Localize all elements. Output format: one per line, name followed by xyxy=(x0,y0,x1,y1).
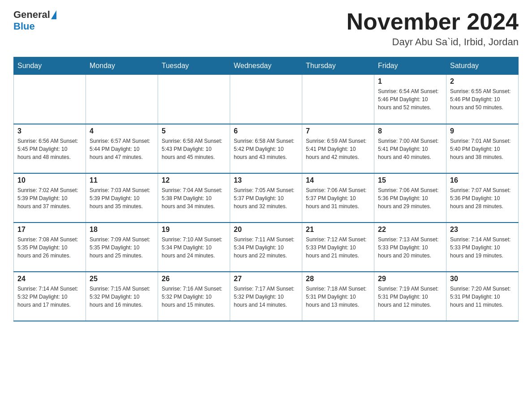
logo: General Blue xyxy=(13,9,56,32)
day-info: Sunrise: 7:05 AM Sunset: 5:37 PM Dayligh… xyxy=(234,186,298,210)
day-info: Sunrise: 7:11 AM Sunset: 5:34 PM Dayligh… xyxy=(234,235,298,260)
day-info: Sunrise: 7:17 AM Sunset: 5:32 PM Dayligh… xyxy=(234,285,298,309)
calendar-cell: 6Sunrise: 6:58 AM Sunset: 5:42 PM Daylig… xyxy=(230,124,302,173)
day-info: Sunrise: 7:06 AM Sunset: 5:36 PM Dayligh… xyxy=(378,186,442,210)
day-number: 20 xyxy=(234,226,298,234)
day-info: Sunrise: 6:58 AM Sunset: 5:42 PM Dayligh… xyxy=(234,137,298,161)
day-number: 29 xyxy=(378,275,442,283)
day-number: 23 xyxy=(450,226,515,234)
day-info: Sunrise: 6:59 AM Sunset: 5:41 PM Dayligh… xyxy=(306,137,370,161)
calendar-cell xyxy=(14,75,86,124)
calendar-week-row: 3Sunrise: 6:56 AM Sunset: 5:45 PM Daylig… xyxy=(14,124,519,173)
logo-triangle-icon xyxy=(51,10,56,19)
day-number: 11 xyxy=(90,176,154,184)
calendar-cell: 21Sunrise: 7:12 AM Sunset: 5:33 PM Dayli… xyxy=(302,223,374,272)
day-info: Sunrise: 7:08 AM Sunset: 5:35 PM Dayligh… xyxy=(17,235,82,260)
day-number: 9 xyxy=(450,127,515,135)
weekday-header-thursday: Thursday xyxy=(302,57,374,75)
location-subtitle: Dayr Abu Sa`id, Irbid, Jordan xyxy=(347,36,519,48)
day-number: 7 xyxy=(306,127,370,135)
day-info: Sunrise: 6:57 AM Sunset: 5:44 PM Dayligh… xyxy=(90,137,154,161)
calendar-cell: 3Sunrise: 6:56 AM Sunset: 5:45 PM Daylig… xyxy=(14,124,86,173)
weekday-header-wednesday: Wednesday xyxy=(230,57,302,75)
day-info: Sunrise: 7:18 AM Sunset: 5:31 PM Dayligh… xyxy=(306,285,370,309)
day-number: 28 xyxy=(306,275,370,283)
weekday-header-monday: Monday xyxy=(86,57,158,75)
day-info: Sunrise: 6:58 AM Sunset: 5:43 PM Dayligh… xyxy=(162,137,226,161)
day-number: 4 xyxy=(90,127,154,135)
day-info: Sunrise: 7:12 AM Sunset: 5:33 PM Dayligh… xyxy=(306,235,370,260)
weekday-header-friday: Friday xyxy=(374,57,446,75)
day-number: 5 xyxy=(162,127,226,135)
calendar-cell: 2Sunrise: 6:55 AM Sunset: 5:46 PM Daylig… xyxy=(446,75,519,124)
day-number: 15 xyxy=(378,176,442,184)
title-area: November 2024 Dayr Abu Sa`id, Irbid, Jor… xyxy=(347,9,519,48)
day-number: 22 xyxy=(378,226,442,234)
day-info: Sunrise: 7:15 AM Sunset: 5:32 PM Dayligh… xyxy=(90,285,154,309)
calendar-cell: 18Sunrise: 7:09 AM Sunset: 5:35 PM Dayli… xyxy=(86,223,158,272)
day-info: Sunrise: 6:56 AM Sunset: 5:45 PM Dayligh… xyxy=(17,137,82,161)
calendar-cell: 14Sunrise: 7:06 AM Sunset: 5:37 PM Dayli… xyxy=(302,173,374,223)
calendar-cell: 1Sunrise: 6:54 AM Sunset: 5:46 PM Daylig… xyxy=(374,75,446,124)
logo-general-text: General xyxy=(13,9,50,21)
calendar-week-row: 24Sunrise: 7:14 AM Sunset: 5:32 PM Dayli… xyxy=(14,272,519,321)
calendar-table: SundayMondayTuesdayWednesdayThursdayFrid… xyxy=(13,57,519,321)
weekday-header-saturday: Saturday xyxy=(446,57,519,75)
day-number: 13 xyxy=(234,176,298,184)
calendar-cell: 22Sunrise: 7:13 AM Sunset: 5:33 PM Dayli… xyxy=(374,223,446,272)
calendar-cell xyxy=(86,75,158,124)
calendar-cell: 27Sunrise: 7:17 AM Sunset: 5:32 PM Dayli… xyxy=(230,272,302,321)
day-info: Sunrise: 7:14 AM Sunset: 5:33 PM Dayligh… xyxy=(450,235,515,260)
calendar-cell: 24Sunrise: 7:14 AM Sunset: 5:32 PM Dayli… xyxy=(14,272,86,321)
day-info: Sunrise: 7:06 AM Sunset: 5:37 PM Dayligh… xyxy=(306,186,370,210)
day-number: 24 xyxy=(17,275,82,283)
calendar-cell: 26Sunrise: 7:16 AM Sunset: 5:32 PM Dayli… xyxy=(158,272,230,321)
calendar-cell: 8Sunrise: 7:00 AM Sunset: 5:41 PM Daylig… xyxy=(374,124,446,173)
weekday-header-row: SundayMondayTuesdayWednesdayThursdayFrid… xyxy=(14,57,519,75)
day-number: 16 xyxy=(450,176,515,184)
day-info: Sunrise: 7:19 AM Sunset: 5:31 PM Dayligh… xyxy=(378,285,442,309)
day-number: 1 xyxy=(378,77,442,86)
day-info: Sunrise: 6:55 AM Sunset: 5:46 PM Dayligh… xyxy=(450,87,515,111)
calendar-cell: 12Sunrise: 7:04 AM Sunset: 5:38 PM Dayli… xyxy=(158,173,230,223)
day-info: Sunrise: 7:02 AM Sunset: 5:39 PM Dayligh… xyxy=(17,186,82,210)
calendar-week-row: 1Sunrise: 6:54 AM Sunset: 5:46 PM Daylig… xyxy=(14,75,519,124)
calendar-cell: 9Sunrise: 7:01 AM Sunset: 5:40 PM Daylig… xyxy=(446,124,519,173)
day-info: Sunrise: 6:54 AM Sunset: 5:46 PM Dayligh… xyxy=(378,87,442,111)
calendar-week-row: 10Sunrise: 7:02 AM Sunset: 5:39 PM Dayli… xyxy=(14,173,519,223)
calendar-cell xyxy=(158,75,230,124)
day-number: 17 xyxy=(17,226,82,234)
calendar-cell: 11Sunrise: 7:03 AM Sunset: 5:39 PM Dayli… xyxy=(86,173,158,223)
calendar-cell: 23Sunrise: 7:14 AM Sunset: 5:33 PM Dayli… xyxy=(446,223,519,272)
day-number: 18 xyxy=(90,226,154,234)
day-info: Sunrise: 7:04 AM Sunset: 5:38 PM Dayligh… xyxy=(162,186,226,210)
day-info: Sunrise: 7:07 AM Sunset: 5:36 PM Dayligh… xyxy=(450,186,515,210)
day-number: 21 xyxy=(306,226,370,234)
day-number: 14 xyxy=(306,176,370,184)
page-header: General Blue November 2024 Dayr Abu Sa`i… xyxy=(13,9,519,48)
calendar-cell: 19Sunrise: 7:10 AM Sunset: 5:34 PM Dayli… xyxy=(158,223,230,272)
calendar-week-row: 17Sunrise: 7:08 AM Sunset: 5:35 PM Dayli… xyxy=(14,223,519,272)
calendar-cell: 4Sunrise: 6:57 AM Sunset: 5:44 PM Daylig… xyxy=(86,124,158,173)
calendar-cell: 30Sunrise: 7:20 AM Sunset: 5:31 PM Dayli… xyxy=(446,272,519,321)
day-number: 30 xyxy=(450,275,515,283)
calendar-cell: 25Sunrise: 7:15 AM Sunset: 5:32 PM Dayli… xyxy=(86,272,158,321)
month-title: November 2024 xyxy=(347,9,519,34)
calendar-cell: 7Sunrise: 6:59 AM Sunset: 5:41 PM Daylig… xyxy=(302,124,374,173)
calendar-cell: 13Sunrise: 7:05 AM Sunset: 5:37 PM Dayli… xyxy=(230,173,302,223)
day-info: Sunrise: 7:09 AM Sunset: 5:35 PM Dayligh… xyxy=(90,235,154,260)
day-number: 27 xyxy=(234,275,298,283)
day-number: 19 xyxy=(162,226,226,234)
day-info: Sunrise: 7:03 AM Sunset: 5:39 PM Dayligh… xyxy=(90,186,154,210)
calendar-cell xyxy=(230,75,302,124)
day-number: 6 xyxy=(234,127,298,135)
calendar-cell: 10Sunrise: 7:02 AM Sunset: 5:39 PM Dayli… xyxy=(14,173,86,223)
day-info: Sunrise: 7:13 AM Sunset: 5:33 PM Dayligh… xyxy=(378,235,442,260)
calendar-cell: 17Sunrise: 7:08 AM Sunset: 5:35 PM Dayli… xyxy=(14,223,86,272)
day-info: Sunrise: 7:00 AM Sunset: 5:41 PM Dayligh… xyxy=(378,137,442,161)
day-info: Sunrise: 7:16 AM Sunset: 5:32 PM Dayligh… xyxy=(162,285,226,309)
calendar-cell: 15Sunrise: 7:06 AM Sunset: 5:36 PM Dayli… xyxy=(374,173,446,223)
day-info: Sunrise: 7:10 AM Sunset: 5:34 PM Dayligh… xyxy=(162,235,226,260)
day-info: Sunrise: 7:20 AM Sunset: 5:31 PM Dayligh… xyxy=(450,285,515,309)
logo-blue-text: Blue xyxy=(13,21,56,32)
